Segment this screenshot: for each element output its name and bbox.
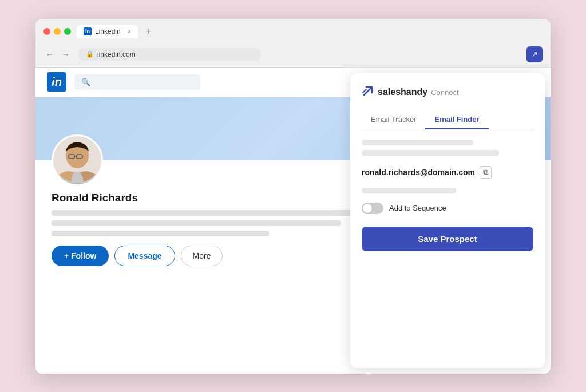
new-tab-button[interactable]: + [146,26,151,37]
minimize-button[interactable] [54,28,61,35]
sh-email-row: ronald.richards@domain.com ⧉ [362,166,533,179]
tab-email-tracker[interactable]: Email Tracker [362,110,425,129]
tab-email-finder[interactable]: Email Finder [425,110,488,129]
maximize-button[interactable] [64,28,71,35]
traffic-lights [43,28,71,35]
placeholder-line-3 [52,231,269,236]
extension-icon[interactable]: ↗ [526,46,543,62]
sh-header: saleshandy Connect [362,85,533,100]
browser-window: in Linkedin × + ← → 🔒 linkedin.com ↗ in [35,19,551,374]
address-text: linkedin.com [97,50,136,58]
linkedin-search[interactable]: 🔍 [74,74,200,90]
lock-icon: 🔒 [86,50,94,58]
nav-buttons: ← → [43,49,72,60]
back-button[interactable]: ← [43,49,56,60]
tab-label: Linkedin [95,27,121,35]
sh-logo-icon [362,85,374,100]
sh-ph-line-1 [362,140,473,145]
sh-save-prospect-button[interactable]: Save Prospect [362,227,533,251]
follow-button[interactable]: + Follow [52,246,109,266]
sh-brand-sub: Connect [431,88,458,97]
sh-bottom-placeholder [362,188,456,193]
address-bar: ← → 🔒 linkedin.com ↗ [43,43,543,67]
saleshandy-panel: saleshandy Connect Email Tracker Email F… [350,73,545,368]
browser-tab[interactable]: in Linkedin × [77,25,138,38]
sh-email-text: ronald.richards@domain.com [362,168,475,177]
tab-close-button[interactable]: × [128,28,131,35]
browser-content: in 🔍 [35,68,551,374]
placeholder-line-2 [52,220,341,226]
browser-chrome: in Linkedin × + ← → 🔒 linkedin.com ↗ [35,19,551,68]
address-field[interactable]: 🔒 linkedin.com [78,48,261,61]
sh-copy-button[interactable]: ⧉ [480,166,492,179]
sh-sequence-label: Add to Sequence [389,204,446,212]
sh-toggle-knob [363,204,372,213]
message-button[interactable]: Message [114,246,175,266]
tab-favicon: in [84,27,92,35]
more-button[interactable]: More [181,246,223,266]
sh-toggle[interactable] [362,203,383,214]
close-button[interactable] [43,28,50,35]
linkedin-logo: in [47,72,66,92]
sh-brand-name: saleshandy [378,87,427,97]
forward-button[interactable]: → [60,49,72,60]
avatar-container [52,134,103,186]
sh-logo: saleshandy Connect [362,85,459,100]
sh-ph-line-2 [362,150,499,156]
profile-avatar [52,134,103,186]
search-icon: 🔍 [81,78,90,86]
title-bar: in Linkedin × + [43,25,543,38]
sh-top-placeholders [362,140,533,156]
sh-tabs: Email Tracker Email Finder [362,110,533,129]
sh-sequence-row: Add to Sequence [362,203,533,214]
